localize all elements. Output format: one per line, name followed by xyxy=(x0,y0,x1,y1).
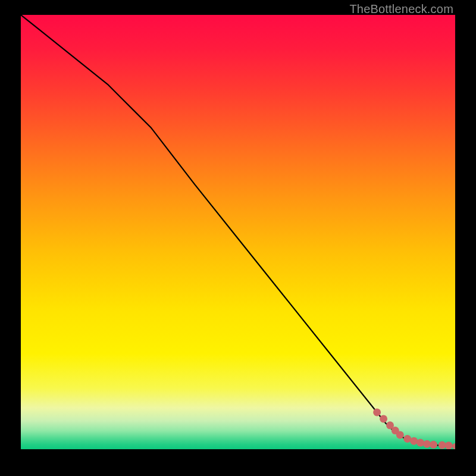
marker-point xyxy=(396,431,404,439)
chart-svg xyxy=(21,15,455,449)
chart-frame: TheBottleneck.com xyxy=(0,0,476,476)
marker-point xyxy=(380,415,387,422)
gradient-background xyxy=(21,15,455,449)
plot-area xyxy=(21,15,455,449)
marker-point xyxy=(410,437,418,445)
marker-point xyxy=(430,441,437,449)
marker-point xyxy=(373,408,381,416)
marker-point xyxy=(416,439,424,447)
marker-point xyxy=(445,441,453,449)
watermark-text: TheBottleneck.com xyxy=(349,2,453,16)
